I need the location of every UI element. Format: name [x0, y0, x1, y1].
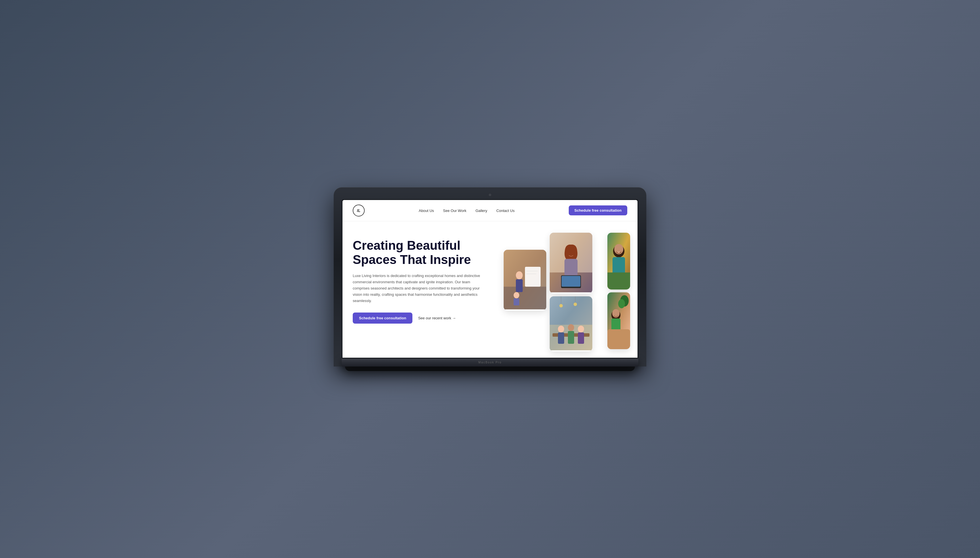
hero-section: Creating Beautiful Spaces That Inspire L… [343, 222, 637, 358]
nav-link-contact[interactable]: Contact Us [496, 208, 514, 213]
svg-rect-18 [550, 296, 592, 325]
svg-rect-42 [607, 329, 630, 349]
svg-point-3 [516, 271, 523, 279]
svg-point-40 [612, 309, 620, 318]
hero-buttons: Schedule free consultation See our recen… [353, 312, 504, 323]
nav-link-work[interactable]: See Our Work [443, 208, 466, 213]
photo-side-top-svg [607, 233, 630, 289]
svg-rect-24 [558, 332, 564, 344]
photo-column-2 [550, 233, 592, 351]
svg-point-30 [574, 303, 577, 306]
laptop-brand-label: MacBook Pro [478, 361, 502, 364]
svg-rect-26 [578, 332, 584, 344]
photo-side-top [607, 233, 630, 289]
svg-point-8 [514, 292, 519, 298]
hero-left-content: Creating Beautiful Spaces That Inspire L… [353, 233, 504, 352]
laptop-container: IL About Us See Our Work Gallery [334, 187, 646, 371]
photo-side-bottom [607, 292, 630, 349]
hero-cta-secondary[interactable]: See our recent work → [418, 316, 456, 320]
photo-card-office [504, 250, 546, 310]
nav-link-gallery[interactable]: Gallery [476, 208, 487, 213]
nav-item-work[interactable]: See Our Work [443, 208, 466, 213]
svg-point-23 [578, 326, 584, 332]
laptop-body: IL About Us See Our Work Gallery [334, 187, 646, 366]
photo-woman-svg [550, 233, 592, 292]
nav-links: About Us See Our Work Gallery Contact Us [419, 208, 514, 213]
laptop-camera [489, 194, 491, 196]
nav-item-contact[interactable]: Contact Us [496, 208, 514, 213]
svg-point-28 [559, 304, 563, 307]
hero-description: Luxe Living Interiors is dedicated to cr… [353, 273, 483, 304]
svg-rect-16 [561, 276, 580, 287]
svg-rect-2 [504, 287, 546, 309]
svg-rect-5 [525, 267, 541, 287]
laptop-screen: IL About Us See Our Work Gallery [343, 200, 637, 358]
nav-item-gallery[interactable]: Gallery [476, 208, 487, 213]
hero-right-images [504, 233, 627, 352]
photo-card-meeting [550, 296, 592, 351]
svg-rect-4 [516, 279, 523, 292]
photo-meeting-svg [550, 296, 592, 350]
hero-title: Creating Beautiful Spaces That Inspire [353, 238, 489, 267]
photo-column-1 [504, 250, 546, 310]
svg-rect-25 [568, 331, 574, 344]
photo-side-bottom-svg [607, 292, 630, 349]
laptop-screen-bezel: IL About Us See Our Work Gallery [341, 199, 639, 359]
hero-cta-primary[interactable]: Schedule free consultation [353, 312, 412, 323]
svg-point-21 [558, 326, 564, 332]
svg-rect-9 [514, 298, 519, 305]
site-navbar: IL About Us See Our Work Gallery [343, 200, 637, 222]
nav-cta-button[interactable]: Schedule free consultation [569, 205, 627, 215]
photo-office-svg [504, 250, 546, 309]
svg-point-22 [568, 324, 574, 331]
laptop-notch [341, 192, 639, 197]
laptop-bottom-bar: MacBook Pro [341, 359, 639, 366]
site-logo: IL [353, 205, 364, 217]
side-photo-strip [607, 233, 630, 349]
nav-item-about[interactable]: About Us [419, 208, 434, 213]
svg-rect-35 [607, 272, 630, 289]
laptop-base [345, 366, 635, 371]
svg-point-38 [618, 299, 625, 308]
photo-card-woman [550, 233, 592, 294]
nav-link-about[interactable]: About Us [419, 208, 434, 213]
svg-rect-34 [612, 257, 625, 274]
